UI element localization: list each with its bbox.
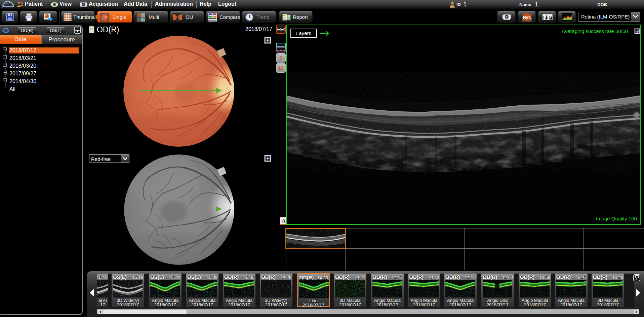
svg-text:12: 12 bbox=[278, 65, 284, 71]
svg-text:6: 6 bbox=[280, 55, 282, 61]
svg-text:Ref.: Ref. bbox=[523, 15, 531, 20]
